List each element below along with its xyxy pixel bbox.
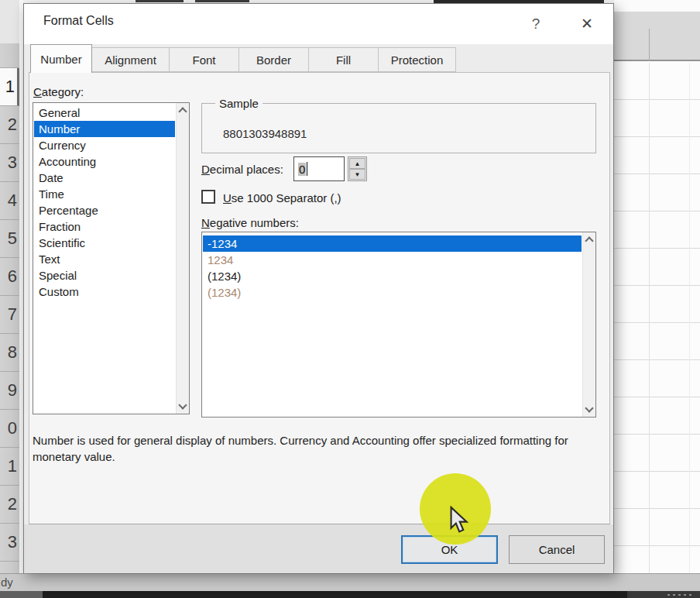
row-header[interactable]: 3 bbox=[0, 524, 19, 562]
category-item[interactable]: General bbox=[34, 105, 175, 121]
number-tab-page: Category: General Number Currency Accoun… bbox=[29, 72, 610, 524]
spinner-up-icon[interactable]: ▲ bbox=[349, 158, 365, 169]
category-item[interactable]: Custom bbox=[34, 284, 175, 300]
close-icon[interactable]: ✕ bbox=[568, 9, 606, 40]
help-icon[interactable]: ? bbox=[520, 9, 552, 40]
negative-item[interactable]: 1234 bbox=[203, 252, 582, 268]
dialog-title: Format Cells bbox=[43, 14, 114, 28]
decimal-places-value: 0 bbox=[298, 163, 306, 176]
tab-number[interactable]: Number bbox=[30, 44, 92, 73]
dialog-titlebar: Format Cells ? ✕ bbox=[24, 4, 613, 44]
status-text: dy bbox=[1, 576, 13, 589]
negative-item[interactable]: (1234) bbox=[203, 284, 582, 301]
row-header[interactable]: 5 bbox=[0, 220, 19, 258]
category-item[interactable]: Scientific bbox=[34, 235, 175, 251]
category-label: Category: bbox=[33, 85, 84, 98]
tab-alignment[interactable]: Alignment bbox=[92, 47, 170, 72]
tab-protection[interactable]: Protection bbox=[379, 47, 456, 72]
status-bar: dy bbox=[0, 573, 700, 591]
category-item[interactable]: Text bbox=[34, 251, 175, 267]
row-header[interactable]: 2 bbox=[0, 106, 19, 144]
negative-item[interactable]: (1234) bbox=[203, 268, 582, 284]
column-header-band[interactable] bbox=[614, 12, 700, 61]
category-item[interactable]: Percentage bbox=[34, 202, 175, 218]
chevron-down-icon[interactable] bbox=[178, 400, 187, 409]
row-header[interactable]: 7 bbox=[0, 296, 19, 334]
category-item[interactable]: Fraction bbox=[34, 218, 175, 235]
mouse-cursor-icon bbox=[449, 506, 469, 537]
category-item[interactable]: Currency bbox=[34, 137, 175, 153]
tab-font[interactable]: Font bbox=[170, 47, 239, 72]
chevron-up-icon[interactable] bbox=[178, 107, 187, 115]
row-header[interactable]: 0 bbox=[0, 410, 19, 448]
category-item[interactable]: Time bbox=[34, 186, 175, 202]
tab-fill[interactable]: Fill bbox=[309, 47, 379, 72]
row-header[interactable]: 9 bbox=[0, 372, 19, 410]
negative-numbers-label: Negative numbers: bbox=[201, 216, 299, 229]
category-item[interactable]: Special bbox=[34, 267, 175, 284]
category-description: Number is used for general display of nu… bbox=[33, 432, 592, 465]
format-cells-dialog: Format Cells ? ✕ Number Alignment Font B… bbox=[23, 3, 614, 573]
tab-strip: Number Alignment Font Border Fill Protec… bbox=[30, 47, 456, 73]
use-1000-separator-checkbox[interactable] bbox=[201, 190, 215, 204]
worksheet-grid bbox=[614, 0, 700, 573]
negative-item-selected[interactable]: -1234 bbox=[203, 235, 582, 252]
category-item-selected[interactable]: Number bbox=[34, 121, 175, 137]
category-listbox[interactable]: General Number Currency Accounting Date … bbox=[33, 102, 190, 414]
decimal-places-label: Decimal places: bbox=[201, 163, 283, 176]
chevron-up-icon[interactable] bbox=[585, 236, 593, 245]
row-header[interactable]: 1 bbox=[0, 448, 19, 486]
row-header[interactable]: 3 bbox=[0, 144, 19, 182]
spinner-down-icon[interactable]: ▼ bbox=[349, 169, 365, 180]
sample-value: 8801303948891 bbox=[223, 127, 307, 140]
decimal-places-input[interactable]: 0 bbox=[293, 156, 345, 181]
sample-label: Sample bbox=[215, 97, 262, 110]
row-header[interactable]: 1 bbox=[0, 68, 19, 106]
clipped-ribbon-text bbox=[136, 0, 184, 2]
worksheet-cells[interactable] bbox=[614, 63, 700, 573]
category-item[interactable]: Accounting bbox=[34, 153, 175, 170]
screen: 1 2 3 4 5 6 7 8 9 0 1 2 3 dy Format Cell… bbox=[0, 0, 700, 598]
decimal-places-stepper: ▲ ▼ bbox=[348, 156, 367, 181]
negative-numbers-listbox[interactable]: -1234 1234 (1234) (1234) bbox=[201, 232, 596, 418]
dialog-footer: OK Cancel bbox=[24, 524, 613, 573]
tab-border[interactable]: Border bbox=[239, 47, 309, 72]
taskbar-strip bbox=[0, 591, 700, 598]
cancel-button[interactable]: Cancel bbox=[509, 535, 605, 564]
category-item[interactable]: Date bbox=[34, 170, 175, 186]
clipped-ribbon-text bbox=[195, 0, 249, 2]
row-header[interactable]: 6 bbox=[0, 258, 19, 296]
sample-groupbox: Sample 8801303948891 bbox=[201, 103, 596, 153]
worksheet-left-pad bbox=[0, 0, 19, 46]
negative-scrollbar[interactable] bbox=[582, 232, 595, 417]
chevron-down-icon[interactable] bbox=[585, 404, 593, 412]
use-1000-separator-label: Use 1000 Separator (,) bbox=[223, 191, 341, 204]
row-header[interactable]: 2 bbox=[0, 486, 19, 524]
row-header-column: 1 2 3 4 5 6 7 8 9 0 1 2 3 bbox=[0, 43, 19, 573]
row-header[interactable]: 8 bbox=[0, 334, 19, 372]
row-header[interactable]: 4 bbox=[0, 182, 19, 220]
category-scrollbar[interactable] bbox=[176, 103, 189, 414]
